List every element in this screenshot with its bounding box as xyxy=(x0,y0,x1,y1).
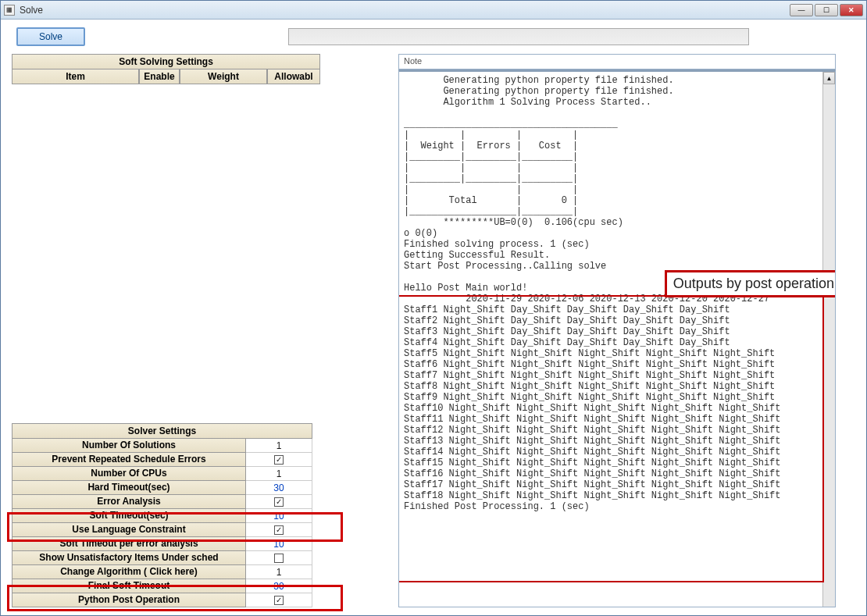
solver-row: Soft Timeout per error analysis10 xyxy=(12,537,312,551)
checkbox[interactable] xyxy=(274,554,284,563)
solver-row: Soft Timeout(sec)10 xyxy=(12,509,312,523)
app-icon: ▦ xyxy=(4,5,15,16)
solve-button[interactable]: Solve xyxy=(16,27,85,46)
checkbox[interactable]: ✓ xyxy=(274,497,284,507)
solver-row: Python Post Operation✓ xyxy=(12,593,312,607)
solver-row: Change Algorithm ( Click here)1 xyxy=(12,565,312,579)
solver-row-value[interactable]: 1 xyxy=(246,565,312,579)
solver-row-value[interactable]: ✓ xyxy=(246,523,312,537)
solver-row: Final Soft Timeout30 xyxy=(12,579,312,593)
solver-row: Show Unsatisfactory Items Under sched xyxy=(12,551,312,565)
solver-row-value[interactable]: ✓ xyxy=(246,453,312,467)
solver-row-label: Use Language Constraint xyxy=(12,523,246,537)
solver-settings-panel: Solver Settings Number Of Solutions1Prev… xyxy=(12,423,312,607)
note-header: Note xyxy=(398,54,836,69)
solver-row-label: Hard Timeout(sec) xyxy=(12,481,246,495)
solve-window: ▦ Solve — ☐ ✕ Solve Soft Solving Setting… xyxy=(0,0,867,616)
solver-row-label: Python Post Operation xyxy=(12,593,246,607)
solver-row-value[interactable]: 30 xyxy=(246,481,312,495)
solver-row-label: Final Soft Timeout xyxy=(12,579,246,593)
solver-row: Number Of Solutions1 xyxy=(12,439,312,453)
annotation-label: Outputs by post operation xyxy=(665,270,836,297)
solver-row-value[interactable] xyxy=(246,551,312,565)
checkbox[interactable]: ✓ xyxy=(274,455,284,465)
solver-row-label: Error Analysis xyxy=(12,495,246,509)
solver-title: Solver Settings xyxy=(12,423,312,439)
note-area: Generating python property file finished… xyxy=(398,69,836,607)
solver-row-value[interactable]: 10 xyxy=(246,537,312,551)
checkbox[interactable]: ✓ xyxy=(274,525,284,535)
solver-row-value[interactable]: ✓ xyxy=(246,495,312,509)
progress-bar xyxy=(288,28,749,45)
solver-row: Hard Timeout(sec)30 xyxy=(12,481,312,495)
vertical-scrollbar[interactable]: ▲ xyxy=(822,72,835,607)
solver-row-value[interactable]: ✓ xyxy=(246,593,312,607)
soft-col-weight: Weight xyxy=(180,69,267,84)
solver-row-label: Show Unsatisfactory Items Under sched xyxy=(12,551,246,565)
solver-row-label: Change Algorithm ( Click here) xyxy=(12,565,246,579)
close-button[interactable]: ✕ xyxy=(840,4,863,16)
soft-col-enable: Enable xyxy=(139,69,180,84)
solver-row: Error Analysis✓ xyxy=(12,495,312,509)
checkbox[interactable]: ✓ xyxy=(274,596,284,605)
maximize-button[interactable]: ☐ xyxy=(815,4,838,16)
window-title: Solve xyxy=(20,5,790,16)
solver-row-label: Soft Timeout(sec) xyxy=(12,509,246,523)
soft-title: Soft Solving Settings xyxy=(12,54,320,69)
soft-col-allowabl: Allowabl xyxy=(267,69,320,84)
log-output[interactable]: Generating python property file finished… xyxy=(399,72,835,607)
minimize-button[interactable]: — xyxy=(790,4,813,16)
solver-row-value[interactable]: 30 xyxy=(246,579,312,593)
solver-row-label: Prevent Repeated Schedule Errors xyxy=(12,453,246,467)
solver-row-label: Soft Timeout per error analysis xyxy=(12,537,246,551)
solver-row-label: Number Of CPUs xyxy=(12,467,246,481)
solver-row-label: Number Of Solutions xyxy=(12,439,246,453)
solver-row-value[interactable]: 10 xyxy=(246,509,312,523)
titlebar[interactable]: ▦ Solve — ☐ ✕ xyxy=(1,1,866,20)
soft-settings-panel: Soft Solving Settings Item Enable Weight… xyxy=(12,54,320,334)
solver-row: Number Of CPUs1 xyxy=(12,467,312,481)
solver-row: Prevent Repeated Schedule Errors✓ xyxy=(12,453,312,467)
solver-row: Use Language Constraint✓ xyxy=(12,523,312,537)
soft-col-item: Item xyxy=(12,69,139,84)
scroll-up-icon[interactable]: ▲ xyxy=(823,72,835,84)
solver-row-value[interactable]: 1 xyxy=(246,439,312,453)
solver-row-value[interactable]: 1 xyxy=(246,467,312,481)
